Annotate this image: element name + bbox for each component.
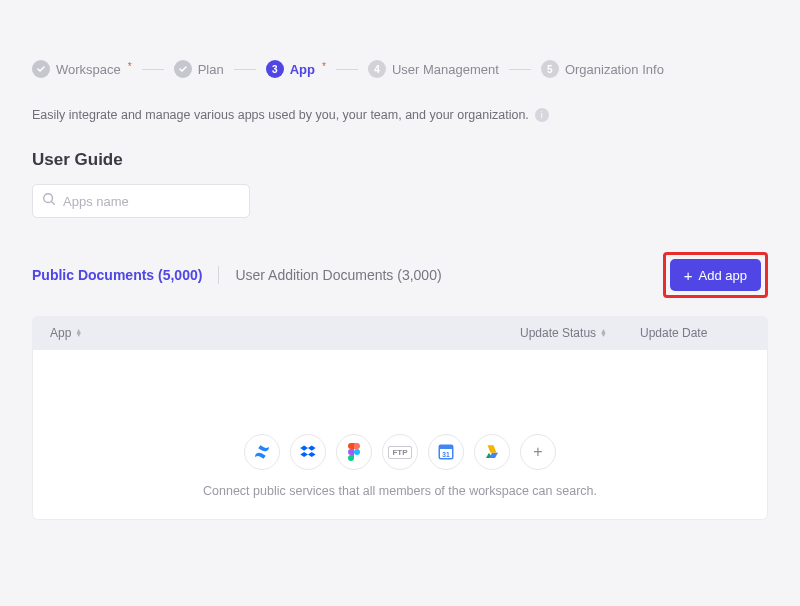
service-ftp[interactable]: FTP (382, 434, 418, 470)
google-calendar-icon: 31 (437, 443, 455, 461)
service-confluence[interactable] (244, 434, 280, 470)
step-label: Plan (198, 62, 224, 77)
stepper-connector (234, 69, 256, 70)
column-update-status[interactable]: Update Status ▲▼ (520, 326, 640, 340)
check-icon (32, 60, 50, 78)
apps-table: App ▲▼ Update Status ▲▼ Update Date (32, 316, 768, 520)
tabs: Public Documents (5,000) User Addition D… (32, 266, 442, 284)
info-icon[interactable]: i (535, 108, 549, 122)
service-dropbox[interactable] (290, 434, 326, 470)
column-label: Update Status (520, 326, 596, 340)
column-update-date[interactable]: Update Date (640, 326, 750, 340)
step-workspace[interactable]: Workspace * (32, 60, 132, 78)
column-label: App (50, 326, 71, 340)
sort-icon: ▲▼ (75, 329, 82, 337)
empty-state-text: Connect public services that all members… (203, 484, 597, 498)
step-app[interactable]: 3 App * (266, 60, 326, 78)
tabs-row: Public Documents (5,000) User Addition D… (32, 252, 768, 298)
plus-icon: + (684, 268, 693, 283)
step-user-management[interactable]: 4 User Management (368, 60, 499, 78)
service-google-calendar[interactable]: 31 (428, 434, 464, 470)
app-setup-panel: Workspace * Plan 3 App * 4 User Manageme… (0, 0, 800, 606)
svg-point-2 (354, 449, 360, 455)
google-drive-icon (483, 443, 501, 461)
step-label: Workspace (56, 62, 121, 77)
column-label: Update Date (640, 326, 707, 340)
step-label: Organization Info (565, 62, 664, 77)
search-icon (42, 192, 56, 210)
step-label: User Management (392, 62, 499, 77)
plus-icon: + (533, 443, 542, 461)
step-number: 3 (266, 60, 284, 78)
ftp-icon: FTP (388, 446, 411, 459)
service-more[interactable]: + (520, 434, 556, 470)
section-title: User Guide (32, 150, 768, 170)
add-app-button[interactable]: + Add app (670, 259, 761, 291)
dropbox-icon (299, 443, 317, 461)
step-number: 4 (368, 60, 386, 78)
stepper: Workspace * Plan 3 App * 4 User Manageme… (32, 60, 768, 78)
service-google-drive[interactable] (474, 434, 510, 470)
required-asterisk: * (128, 61, 132, 72)
step-number: 5 (541, 60, 559, 78)
service-icon-row: FTP 31 + (203, 434, 597, 470)
search-wrap (32, 184, 250, 218)
sort-icon: ▲▼ (600, 329, 607, 337)
table-body-empty: FTP 31 + Connect public services that al… (32, 350, 768, 520)
stepper-connector (142, 69, 164, 70)
svg-text:31: 31 (442, 451, 450, 458)
add-app-highlight: + Add app (663, 252, 768, 298)
stepper-connector (336, 69, 358, 70)
svg-line-1 (52, 202, 55, 205)
step-label: App (290, 62, 315, 77)
figma-icon (347, 443, 361, 461)
empty-state: FTP 31 + Connect public services that al… (203, 434, 597, 498)
intro-text: Easily integrate and manage various apps… (32, 108, 529, 122)
search-input[interactable] (32, 184, 250, 218)
required-asterisk: * (322, 61, 326, 72)
intro-text-row: Easily integrate and manage various apps… (32, 108, 768, 122)
table-header: App ▲▼ Update Status ▲▼ Update Date (32, 316, 768, 350)
step-plan[interactable]: Plan (174, 60, 224, 78)
column-app[interactable]: App ▲▼ (50, 326, 520, 340)
step-organization-info[interactable]: 5 Organization Info (541, 60, 664, 78)
service-figma[interactable] (336, 434, 372, 470)
check-icon (174, 60, 192, 78)
svg-rect-4 (439, 445, 453, 449)
tab-divider (218, 266, 219, 284)
tab-user-addition-documents[interactable]: User Addition Documents (3,000) (235, 267, 441, 283)
add-app-label: Add app (699, 268, 747, 283)
confluence-icon (253, 443, 271, 461)
stepper-connector (509, 69, 531, 70)
tab-public-documents[interactable]: Public Documents (5,000) (32, 267, 202, 283)
